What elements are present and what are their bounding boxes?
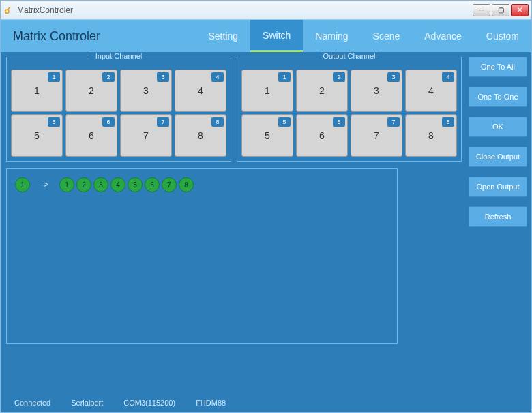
close-button[interactable]: ✕ (511, 4, 529, 16)
status-port-type: Serialport (71, 399, 103, 407)
status-connection: Connected (14, 399, 50, 407)
input-channel-label: 2 (89, 85, 94, 96)
output-panel-title: Output Channel (319, 52, 379, 60)
output-channel-label: 6 (319, 130, 325, 141)
maximize-button[interactable]: ▢ (492, 4, 509, 16)
input-channel-badge: 5 (48, 117, 60, 127)
header: Matrix Controler SettingSwitchNamingScen… (1, 20, 531, 52)
input-channel-3[interactable]: 33 (120, 70, 172, 112)
tab-setting[interactable]: Setting (196, 20, 251, 52)
status-port: COM3(115200) (123, 399, 175, 407)
route-target-dot-1[interactable]: 1 (59, 177, 74, 192)
route-target-dot-6[interactable]: 6 (145, 177, 160, 192)
open-output-button[interactable]: Open Output (469, 177, 527, 197)
route-arrow-icon: -> (41, 180, 48, 189)
titlebar-left: MatrixControler (3, 5, 73, 15)
route-target-dot-8[interactable]: 8 (179, 177, 194, 192)
output-channel-1[interactable]: 11 (241, 70, 293, 112)
routing-panel: 1 -> 12345678 (6, 168, 398, 344)
output-channel-label: 1 (265, 85, 270, 96)
one-to-one-button[interactable]: One To One (469, 87, 527, 107)
input-channel-badge: 2 (102, 72, 115, 82)
output-channel-label: 3 (374, 85, 379, 96)
tab-scene[interactable]: Scene (361, 20, 413, 52)
output-channel-badge: 8 (442, 117, 454, 127)
output-channel-5[interactable]: 55 (241, 114, 293, 157)
input-channel-4[interactable]: 44 (175, 70, 226, 112)
output-channel-panel: Output Channel 1122334455667788 (237, 57, 462, 162)
input-channel-label: 3 (143, 85, 149, 96)
route-target-dot-2[interactable]: 2 (76, 177, 91, 192)
output-channel-label: 2 (319, 85, 325, 96)
route-target-dot-5[interactable]: 5 (128, 177, 143, 192)
input-channel-grid: 1122334455667788 (11, 70, 226, 157)
route-row: 1 -> 12345678 (15, 177, 389, 192)
tab-naming[interactable]: Naming (303, 20, 360, 52)
ok-button[interactable]: OK (469, 117, 527, 137)
output-channel-4[interactable]: 44 (405, 70, 457, 112)
input-panel-title: Input Channel (91, 52, 147, 60)
window-controls: ─ ▢ ✕ (473, 4, 529, 16)
output-channel-label: 7 (374, 130, 379, 141)
app-icon (3, 5, 13, 15)
input-channel-badge: 4 (211, 72, 224, 82)
side-buttons: One To All One To One OK Close Output Op… (469, 57, 527, 227)
input-channel-badge: 1 (48, 72, 60, 82)
output-channel-6[interactable]: 66 (296, 114, 348, 157)
output-channel-8[interactable]: 88 (405, 114, 457, 157)
app-body: Matrix Controler SettingSwitchNamingScen… (1, 20, 531, 412)
output-channel-badge: 3 (387, 72, 400, 82)
input-channel-badge: 6 (102, 117, 115, 127)
route-targets: 12345678 (59, 177, 194, 192)
status-device: FHDM88 (196, 399, 226, 407)
input-channel-2[interactable]: 22 (65, 70, 117, 112)
one-to-all-button[interactable]: One To All (469, 57, 527, 77)
output-channel-badge: 6 (333, 117, 345, 127)
input-channel-badge: 7 (157, 117, 169, 127)
input-channel-label: 1 (34, 85, 40, 96)
channels-wrap: Input Channel 1122334455667788 Output Ch… (6, 57, 462, 344)
output-channel-label: 5 (265, 130, 270, 141)
window: MatrixControler ─ ▢ ✕ Matrix Controler S… (0, 0, 532, 413)
output-channel-badge: 1 (278, 72, 291, 82)
tab-advance[interactable]: Advance (412, 20, 473, 52)
output-channel-label: 4 (428, 85, 434, 96)
input-channel-8[interactable]: 88 (175, 114, 226, 157)
output-channel-badge: 2 (333, 72, 345, 82)
input-channel-label: 8 (198, 130, 203, 141)
input-channel-panel: Input Channel 1122334455667788 (6, 57, 231, 162)
content: Input Channel 1122334455667788 Output Ch… (6, 52, 526, 393)
minimize-button[interactable]: ─ (473, 4, 490, 16)
route-target-dot-3[interactable]: 3 (93, 177, 108, 192)
input-channel-badge: 8 (211, 117, 224, 127)
output-channel-badge: 4 (442, 72, 454, 82)
output-channel-2[interactable]: 22 (296, 70, 348, 112)
output-channel-7[interactable]: 77 (351, 114, 402, 157)
refresh-button[interactable]: Refresh (469, 206, 527, 227)
input-channel-label: 6 (89, 130, 94, 141)
window-title: MatrixControler (17, 5, 73, 15)
input-channel-5[interactable]: 55 (11, 114, 63, 157)
tab-switch[interactable]: Switch (250, 20, 303, 52)
svg-point-0 (5, 10, 9, 13)
route-source-dot[interactable]: 1 (15, 177, 30, 192)
input-channel-badge: 3 (157, 72, 169, 82)
output-channel-label: 8 (428, 130, 434, 141)
route-target-dot-4[interactable]: 4 (110, 177, 125, 192)
output-channel-badge: 5 (278, 117, 291, 127)
tab-custom[interactable]: Custom (474, 20, 531, 52)
input-channel-label: 7 (143, 130, 149, 141)
input-channel-label: 4 (198, 85, 203, 96)
output-channel-grid: 1122334455667788 (241, 70, 457, 157)
titlebar: MatrixControler ─ ▢ ✕ (1, 1, 531, 20)
route-target-dot-7[interactable]: 7 (162, 177, 177, 192)
close-output-button[interactable]: Close Output (469, 147, 527, 167)
input-channel-label: 5 (34, 130, 40, 141)
output-channel-badge: 7 (387, 117, 400, 127)
tab-bar: SettingSwitchNamingSceneAdvanceCustom (196, 20, 532, 52)
input-channel-1[interactable]: 11 (11, 70, 63, 112)
channels-row: Input Channel 1122334455667788 Output Ch… (6, 57, 462, 162)
output-channel-3[interactable]: 33 (351, 70, 402, 112)
input-channel-6[interactable]: 66 (65, 114, 117, 157)
input-channel-7[interactable]: 77 (120, 114, 172, 157)
